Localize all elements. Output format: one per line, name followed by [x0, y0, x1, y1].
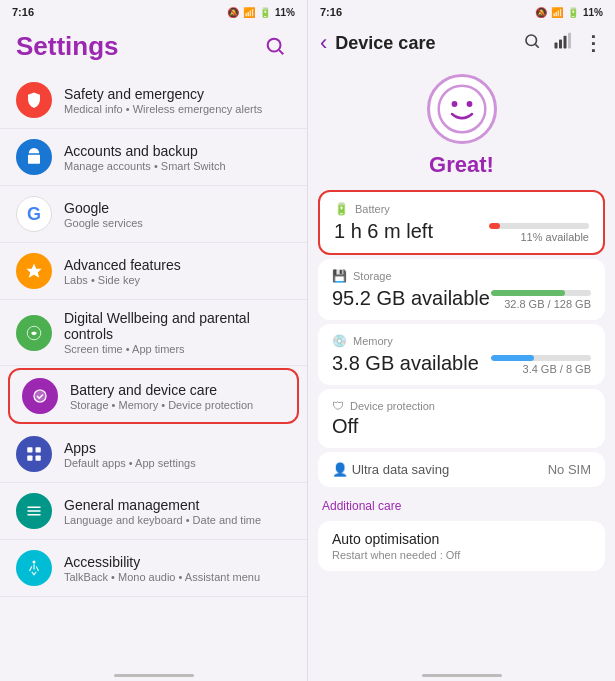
battery-card-header: 🔋 Battery — [334, 202, 589, 216]
battery-progress-fill — [489, 223, 500, 229]
svg-rect-6 — [27, 447, 32, 452]
battery-text: Battery and device care Storage • Memory… — [70, 382, 285, 411]
search-icon-right[interactable] — [523, 32, 541, 54]
settings-item-advanced[interactable]: Advanced features Labs • Side key — [0, 243, 307, 300]
battery-subtitle: Storage • Memory • Device protection — [70, 399, 285, 411]
storage-main-value: 95.2 GB available — [332, 287, 490, 310]
memory-right-values: 3.4 GB / 8 GB — [491, 355, 591, 375]
accessibility-subtitle: TalkBack • Mono audio • Assistant menu — [64, 571, 291, 583]
apps-title: Apps — [64, 440, 291, 456]
svg-rect-10 — [27, 507, 41, 509]
wifi-icon-right: 📶 — [551, 7, 563, 18]
ultra-data-icon: 👤 — [332, 462, 352, 477]
apps-text: Apps Default apps • App settings — [64, 440, 291, 469]
auto-optimisation-card[interactable]: Auto optimisation Restart when needed : … — [318, 521, 605, 571]
left-bottom-indicator — [0, 668, 307, 681]
general-title: General management — [64, 497, 291, 513]
wellbeing-text: Digital Wellbeing and parental controls … — [64, 310, 291, 355]
svg-rect-8 — [27, 456, 32, 461]
battery-progress-bar — [489, 223, 589, 229]
dp-icon: 🛡 — [332, 399, 344, 413]
more-icon[interactable]: ⋮ — [583, 31, 603, 55]
battery-device-icon — [22, 378, 58, 414]
additional-care-section: Additional care — [308, 491, 615, 521]
additional-care-title: Additional care — [322, 499, 601, 513]
device-care-nav: ‹ Device care ⋮ — [308, 22, 615, 62]
settings-item-apps[interactable]: Apps Default apps • App settings — [0, 426, 307, 483]
battery-main-value: 1 h 6 m left — [334, 220, 433, 243]
accounts-text: Accounts and backup Manage accounts • Sm… — [64, 143, 291, 172]
battery-icon-left: 🔋 — [259, 7, 271, 18]
advanced-icon — [16, 253, 52, 289]
back-button[interactable]: ‹ — [320, 30, 327, 56]
storage-progress-bar — [491, 290, 591, 296]
storage-card[interactable]: 💾 Storage 95.2 GB available 32.8 GB / 12… — [318, 259, 605, 320]
auto-opt-subtitle: Restart when needed : Off — [332, 549, 591, 561]
settings-item-accessibility[interactable]: Accessibility TalkBack • Mono audio • As… — [0, 540, 307, 597]
memory-card[interactable]: 💿 Memory 3.8 GB available 3.4 GB / 8 GB — [318, 324, 605, 385]
storage-progress-fill — [491, 290, 565, 296]
search-button-left[interactable] — [259, 30, 291, 62]
ultra-data-card[interactable]: 👤 Ultra data saving No SIM — [318, 452, 605, 487]
memory-card-header: 💿 Memory — [332, 334, 591, 348]
accessibility-text: Accessibility TalkBack • Mono audio • As… — [64, 554, 291, 583]
settings-list: + Safety and emergency Medical info • Wi… — [0, 72, 307, 668]
svg-rect-19 — [568, 33, 571, 49]
device-protection-card[interactable]: 🛡 Device protection Off — [318, 389, 605, 448]
google-icon: G — [16, 196, 52, 232]
battery-card[interactable]: 🔋 Battery 1 h 6 m left 11% available — [318, 190, 605, 255]
svg-point-13 — [33, 561, 36, 564]
settings-item-google[interactable]: G Google Google services — [0, 186, 307, 243]
settings-item-general[interactable]: General management Language and keyboard… — [0, 483, 307, 540]
wellbeing-icon — [16, 315, 52, 351]
great-label: Great! — [429, 152, 494, 178]
google-text: Google Google services — [64, 200, 291, 229]
svg-rect-9 — [36, 456, 41, 461]
svg-point-22 — [466, 101, 472, 107]
signal-icon[interactable] — [553, 32, 571, 54]
wellbeing-subtitle: Screen time • App timers — [64, 343, 291, 355]
memory-main-value: 3.8 GB available — [332, 352, 479, 375]
settings-item-safety[interactable]: + Safety and emergency Medical info • Wi… — [0, 72, 307, 129]
ultra-data-label: 👤 Ultra data saving — [332, 462, 449, 477]
status-bar-right: 7:16 🔕 📶 🔋 11% — [308, 0, 615, 22]
storage-sub-value: 32.8 GB / 128 GB — [504, 298, 591, 310]
accessibility-icon — [16, 550, 52, 586]
settings-item-wellbeing[interactable]: Digital Wellbeing and parental controls … — [0, 300, 307, 366]
dp-value: Off — [332, 415, 358, 437]
svg-text:+: + — [30, 98, 34, 105]
ultra-data-row: 👤 Ultra data saving No SIM — [332, 462, 591, 477]
battery-title: Battery and device care — [70, 382, 285, 398]
storage-card-label: Storage — [353, 270, 392, 282]
device-care-content: Great! 🔋 Battery 1 h 6 m left 11% availa… — [308, 62, 615, 668]
memory-progress-bar — [491, 355, 591, 361]
svg-point-21 — [451, 101, 457, 107]
storage-right-values: 32.8 GB / 128 GB — [491, 290, 591, 310]
right-panel: 7:16 🔕 📶 🔋 11% ‹ Device care — [307, 0, 615, 681]
safety-icon: + — [16, 82, 52, 118]
ultra-data-value: No SIM — [548, 462, 591, 477]
left-panel: 7:16 🔕 📶 🔋 11% Settings + — [0, 0, 307, 681]
nav-icons: ⋮ — [523, 31, 603, 55]
svg-rect-12 — [27, 514, 41, 516]
auto-opt-title: Auto optimisation — [332, 531, 591, 547]
apps-icon — [16, 436, 52, 472]
settings-item-accounts[interactable]: Accounts and backup Manage accounts • Sm… — [0, 129, 307, 186]
battery-pct-right: 11% — [583, 7, 603, 18]
settings-item-battery[interactable]: Battery and device care Storage • Memory… — [8, 368, 299, 424]
accounts-icon — [16, 139, 52, 175]
memory-card-row: 3.8 GB available 3.4 GB / 8 GB — [332, 352, 591, 375]
battery-card-row: 1 h 6 m left 11% available — [334, 220, 589, 243]
wifi-icon: 📶 — [243, 7, 255, 18]
svg-line-1 — [279, 50, 283, 54]
google-title: Google — [64, 200, 291, 216]
time-right: 7:16 — [320, 6, 342, 18]
svg-rect-11 — [27, 510, 41, 512]
status-bar-left: 7:16 🔕 📶 🔋 11% — [0, 0, 307, 22]
status-icons-right: 🔕 📶 🔋 11% — [535, 7, 603, 18]
battery-sub-value: 11% available — [521, 231, 590, 243]
memory-sub-value: 3.4 GB / 8 GB — [523, 363, 591, 375]
wellbeing-title: Digital Wellbeing and parental controls — [64, 310, 291, 342]
time-left: 7:16 — [12, 6, 34, 18]
mute-icon: 🔕 — [227, 7, 239, 18]
